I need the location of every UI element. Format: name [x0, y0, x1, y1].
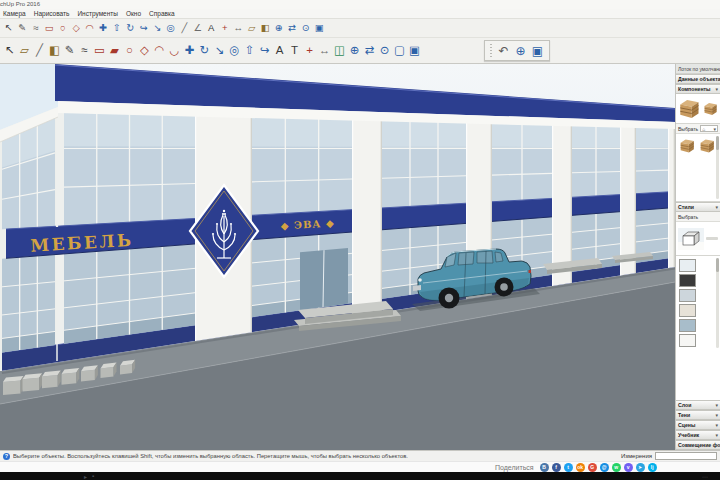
style-thumbnail-cube[interactable] [678, 228, 704, 250]
select-icon[interactable]: ↖ [2, 21, 16, 36]
rotated-rectangle-icon[interactable]: ▰ [107, 41, 122, 61]
menu-item[interactable]: Инструменты [77, 10, 118, 17]
section-plane-icon[interactable]: ◫ [332, 41, 347, 61]
scale-icon[interactable]: ↘ [151, 21, 165, 36]
panel-collapsed[interactable]: Тени▾ [676, 410, 720, 420]
tray-header[interactable]: Лоток по умолчанию » [676, 64, 720, 74]
menu-item[interactable]: Окно [126, 10, 141, 17]
panel-collapsed[interactable]: Сцены▾ [676, 420, 720, 430]
text-icon[interactable]: A [205, 21, 219, 36]
push-pull-icon[interactable]: ⇧ [242, 41, 257, 61]
component-thumbnail[interactable] [678, 97, 701, 121]
rotate-icon[interactable]: ↻ [124, 21, 138, 36]
share-facebook-icon[interactable]: f [552, 463, 561, 472]
components-combo[interactable]: ⌂ ▾ [700, 125, 718, 132]
share-whatsapp-icon[interactable]: w [612, 463, 621, 472]
zoom-icon[interactable]: ⊙ [299, 21, 313, 36]
pan-icon[interactable]: ⇄ [286, 21, 300, 36]
line-icon[interactable]: ✎ [62, 41, 77, 61]
orbit-icon[interactable]: ⊕ [272, 21, 286, 36]
styles-scrollbar[interactable] [716, 258, 719, 348]
components-list[interactable] [676, 134, 720, 202]
share-odnoklassniki-icon[interactable]: ok [576, 463, 585, 472]
rectangle-icon[interactable]: ▭ [92, 41, 107, 61]
orbit-view-icon[interactable]: ⊕ [512, 42, 529, 59]
eraser-icon[interactable]: ▱ [245, 21, 259, 36]
panel-collapsed[interactable]: Учебник▾ [676, 430, 720, 440]
viewport-canvas[interactable]: МЕБЕЛЬ ◆ ЭВА ◆ [0, 64, 675, 450]
components-scrollbar[interactable] [716, 136, 719, 199]
two-point-arc-icon[interactable]: ◡ [167, 41, 182, 61]
panel-styles[interactable]: Стили ▾ [676, 202, 720, 212]
taskbar-app-1-icon[interactable]: ▸ [84, 473, 87, 480]
panel-collapsed[interactable]: Совмещение фото▾ [676, 440, 720, 450]
orbit-icon[interactable]: ⊕ [347, 41, 362, 61]
zoom-icon[interactable]: ⊙ [377, 41, 392, 61]
eraser-icon[interactable]: ▱ [17, 41, 32, 61]
polygon-icon[interactable]: ◇ [70, 21, 84, 36]
style-thumbnail[interactable] [679, 334, 696, 347]
3d-text-icon[interactable]: T [287, 41, 302, 61]
freehand-icon[interactable]: ≈ [29, 21, 43, 36]
menu-item[interactable]: Справка [149, 10, 175, 17]
style-thumbnail[interactable] [679, 304, 696, 317]
component-thumbnail[interactable] [699, 137, 716, 155]
paint-bucket-icon[interactable]: ◧ [47, 41, 62, 61]
dimensions-icon[interactable]: ↔ [317, 41, 332, 61]
style-thumbnail[interactable] [679, 274, 696, 287]
move-icon[interactable]: ✚ [97, 21, 111, 36]
freehand-icon[interactable]: ≈ [77, 41, 92, 61]
panel-entity-info[interactable]: Данные объекта ▾ [676, 74, 720, 84]
component-thumbnail[interactable] [679, 137, 696, 155]
component-thumbnail[interactable] [703, 101, 718, 117]
polygon-icon[interactable]: ◇ [137, 41, 152, 61]
measurements-input[interactable] [655, 452, 717, 460]
tab-select[interactable]: Выбрать [678, 126, 698, 132]
model-viewport[interactable]: МЕБЕЛЬ ◆ ЭВА ◆ [0, 64, 675, 450]
style-thumbnail[interactable] [679, 259, 696, 272]
menu-item[interactable]: Камера [3, 10, 26, 17]
context-help-icon[interactable]: ? [3, 453, 10, 460]
protractor-icon[interactable]: ∠ [191, 21, 205, 36]
style-thumbnail[interactable] [679, 319, 696, 332]
pan-icon[interactable]: ⇄ [362, 41, 377, 61]
tape-measure-icon[interactable]: ╱ [32, 41, 47, 61]
iso-view-icon[interactable]: ▣ [529, 42, 546, 59]
push-pull-icon[interactable]: ⇧ [110, 21, 124, 36]
paint-bucket-icon[interactable]: ◧ [259, 21, 273, 36]
share-mail-ru-icon[interactable]: @ [600, 463, 609, 472]
follow-me-icon[interactable]: ↪ [137, 21, 151, 36]
arc-icon[interactable]: ◠ [152, 41, 167, 61]
previous-view-icon[interactable]: ↶ [495, 42, 512, 59]
rectangle-icon[interactable]: ▭ [43, 21, 57, 36]
zoom-extents-icon[interactable]: ▣ [313, 21, 327, 36]
rotate-icon[interactable]: ↻ [197, 41, 212, 61]
zoom-extents-icon[interactable]: ▣ [407, 41, 422, 61]
share-viber-icon[interactable]: v [624, 463, 633, 472]
styles-list[interactable] [676, 256, 720, 350]
bottom-bar-more-icon[interactable]: ⋯ [702, 473, 708, 480]
follow-me-icon[interactable]: ↪ [257, 41, 272, 61]
scale-icon[interactable]: ↘ [212, 41, 227, 61]
share-livejournal-icon[interactable]: lj [648, 463, 657, 472]
arc-icon[interactable]: ◠ [83, 21, 97, 36]
panel-components[interactable]: Компоненты ▾ [676, 84, 720, 94]
offset-icon[interactable]: ◎ [227, 41, 242, 61]
share-google-plus-icon[interactable]: G [588, 463, 597, 472]
share-twitter-icon[interactable]: t [564, 463, 573, 472]
offset-icon[interactable]: ◎ [164, 21, 178, 36]
style-thumbnail[interactable] [679, 289, 696, 302]
axes-icon[interactable]: + [302, 41, 317, 61]
taskbar-app-2-icon[interactable]: ▪ [92, 473, 94, 480]
share-vk-icon[interactable]: В [540, 463, 549, 472]
zoom-window-icon[interactable]: ▢ [392, 41, 407, 61]
tape-measure-icon[interactable]: ╱ [178, 21, 192, 36]
circle-icon[interactable]: ○ [122, 41, 137, 61]
move-icon[interactable]: ✚ [182, 41, 197, 61]
menu-item[interactable]: Нарисовать [34, 10, 70, 17]
circle-icon[interactable]: ○ [56, 21, 70, 36]
panel-collapsed[interactable]: Слои▾ [676, 400, 720, 410]
select-icon[interactable]: ↖ [2, 41, 17, 61]
dimensions-icon[interactable]: ↔ [232, 21, 246, 36]
tab-select[interactable]: Выбрать [678, 214, 698, 220]
